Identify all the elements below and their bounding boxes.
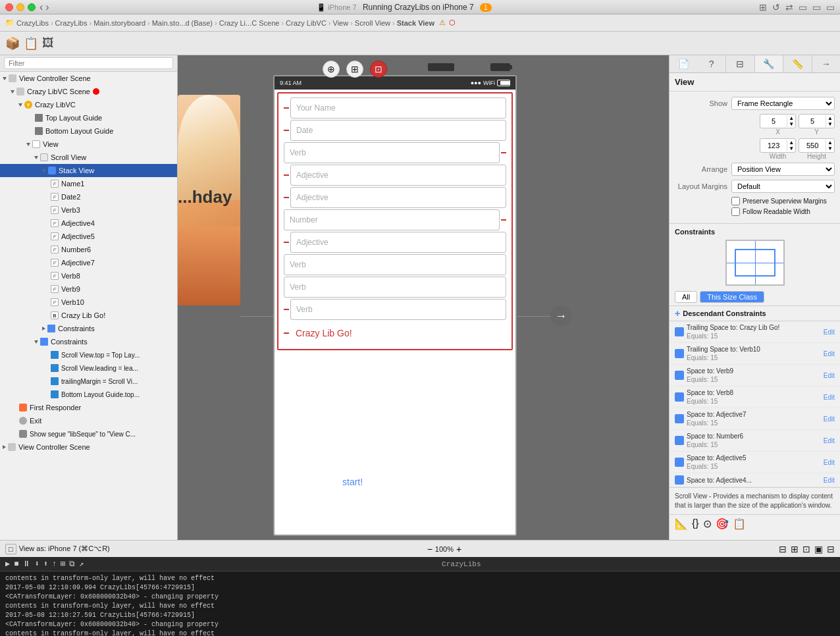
bottom-icon-2[interactable]: {} [692, 517, 699, 530]
zoom-fit-icon[interactable]: ⊟ [827, 544, 835, 554]
edit-button-3[interactable]: Edit [824, 372, 835, 379]
edit-button-5[interactable]: Edit [824, 415, 835, 423]
sidebar-item-verb3[interactable]: F Verb3 [0, 203, 177, 217]
breadcrumb-item-8[interactable]: Scroll View [355, 19, 390, 27]
expand-icon[interactable] [42, 327, 45, 331]
bottom-icon-1[interactable]: 📐 [675, 517, 688, 530]
sidebar-item-verb8[interactable]: F Verb8 [0, 269, 177, 282]
sidebar-item-verb9[interactable]: F Verb9 [0, 282, 177, 296]
media-icon[interactable]: 🖼 [42, 36, 54, 50]
step-out-button[interactable]: ↑ [52, 560, 57, 569]
grid-icon[interactable]: ⊞ [759, 2, 767, 13]
inspector-icon[interactable]: ▭ [826, 2, 835, 13]
expand-icon[interactable] [18, 103, 22, 107]
expand-icon[interactable] [34, 340, 38, 344]
height-increment[interactable]: ▲ [826, 140, 834, 146]
y-increment[interactable]: ▲ [826, 115, 834, 121]
sidebar-item-crazy-lib-go[interactable]: B Crazy Lib Go! [0, 309, 177, 322]
sidebar-item-scroll-view[interactable]: Scroll View [0, 151, 177, 164]
bottom-icon-5[interactable]: 📋 [733, 517, 746, 530]
resolve-icon[interactable]: ⊡ [802, 544, 810, 554]
width-decrement[interactable]: ▼ [787, 146, 795, 151]
canvas-icon-2[interactable]: ⊞ [346, 61, 363, 78]
layout-margins-select[interactable]: Default [731, 180, 835, 193]
sidebar-item-constraints-stack[interactable]: Constraints [0, 322, 177, 335]
tab-file-inspector[interactable]: 📄 [669, 55, 698, 72]
sidebar-item-crazy-libvc[interactable]: Y Crazy LibVC [0, 98, 177, 111]
expand-icon[interactable] [26, 143, 30, 146]
minimize-button[interactable] [16, 3, 24, 11]
arrange-select[interactable]: Position View [731, 163, 835, 176]
x-increment[interactable]: ▲ [787, 115, 795, 121]
expand-icon[interactable] [3, 445, 6, 449]
sidebar-item-adjective4[interactable]: F Adjective4 [0, 217, 177, 230]
sidebar-item-exit[interactable]: Exit [0, 414, 177, 427]
canvas-icon-1[interactable]: ⊕ [323, 61, 340, 78]
sidebar-item-view[interactable]: View [0, 138, 177, 151]
edit-button-8[interactable]: Edit [824, 477, 835, 484]
sidebar-item-date2[interactable]: F Date2 [0, 190, 177, 203]
breadcrumb-item-5[interactable]: Crazy Li...C Scene [219, 19, 280, 27]
sidebar-item-verb10[interactable]: F Verb10 [0, 296, 177, 309]
play-button[interactable]: ▶ [5, 559, 10, 569]
tab-connections-inspector[interactable]: → [812, 55, 841, 72]
library-icon[interactable]: 📦 [5, 36, 20, 51]
breadcrumb-item-4[interactable]: Main.sto...d (Base) [152, 19, 213, 27]
expand-icon[interactable] [42, 169, 46, 172]
align-icon[interactable]: ⊞ [791, 544, 799, 554]
breadcrumb-item-7[interactable]: View [333, 19, 349, 27]
sidebar-item-crazy-libvc-scene[interactable]: Crazy LibVC Scene [0, 85, 177, 98]
edit-button-2[interactable]: Edit [824, 350, 835, 358]
tab-size-inspector[interactable]: 📏 [783, 55, 812, 72]
sidebar-item-name1[interactable]: F Name1 [0, 177, 177, 190]
height-input[interactable] [799, 142, 826, 149]
sidebar-toggle-icon[interactable]: ▭ [799, 2, 807, 13]
breadcrumb-item-9[interactable]: Stack View [397, 19, 434, 27]
step-over-button[interactable]: ⬇ [34, 559, 39, 569]
breadcrumb-item-6[interactable]: Crazy LibVC [286, 19, 327, 27]
sidebar-item-constraint-bottom[interactable]: Bottom Layout Guide.top... [0, 388, 177, 401]
breadcrumb-item-3[interactable]: Main.storyboard [93, 19, 145, 27]
preserve-superview-check[interactable] [731, 197, 740, 205]
share-icon[interactable]: ⧉ [69, 560, 75, 569]
bottom-icon-3[interactable]: ⊙ [703, 517, 712, 530]
width-input[interactable] [760, 142, 787, 149]
bottom-icon-4[interactable]: 🎯 [716, 517, 729, 530]
stop-button[interactable]: ■ [14, 560, 18, 569]
expand-icon[interactable] [11, 90, 14, 93]
expand-icon[interactable] [3, 77, 7, 80]
sidebar-filter-input[interactable] [4, 57, 173, 69]
sidebar-item-bottom-layout[interactable]: Bottom Layout Guide [0, 124, 177, 138]
edit-button-7[interactable]: Edit [824, 459, 835, 466]
close-button[interactable] [5, 3, 13, 11]
locate-icon[interactable]: ↗ [79, 559, 84, 569]
right-arrow-box[interactable]: → [550, 305, 571, 327]
sidebar-item-constraint-leading[interactable]: Scroll View.leading = lea... [0, 361, 177, 375]
tab-this-size-class[interactable]: This Size Class [700, 291, 764, 303]
step-into-button[interactable]: ⬆ [43, 559, 48, 569]
y-input[interactable] [799, 117, 826, 125]
sidebar-item-segue[interactable]: Show segue "libSeque" to "View C... [0, 427, 177, 440]
sidebar-item-constraints-scroll[interactable]: Constraints [0, 335, 177, 348]
sidebar-item-adjective5[interactable]: F Adjective5 [0, 230, 177, 243]
tab-all[interactable]: All [675, 291, 697, 303]
refresh-icon[interactable]: ↺ [772, 2, 780, 13]
sidebar-item-vc-scene-top[interactable]: View Controller Scene [0, 72, 177, 85]
nav-back-icon[interactable]: ‹ [39, 1, 43, 13]
canvas-icon-3[interactable]: ⊡ [370, 61, 387, 78]
tab-quick-help[interactable]: ? [698, 55, 726, 72]
breadcrumb-item-2[interactable]: CrazyLibs [55, 19, 88, 27]
nav-forward-icon[interactable]: › [45, 1, 49, 13]
width-increment[interactable]: ▲ [787, 140, 795, 146]
sidebar-item-number6[interactable]: F Number6 [0, 243, 177, 256]
sidebar-item-vc-scene-bottom[interactable]: View Controller Scene [0, 440, 177, 454]
x-input[interactable] [760, 117, 787, 125]
sidebar-item-constraint-top[interactable]: Scroll View.top = Top Lay... [0, 348, 177, 361]
inspector-panel-icon[interactable]: 📋 [24, 36, 38, 51]
pause-button[interactable]: ⏸ [22, 559, 30, 569]
tab-attributes-inspector[interactable]: 🔧 [755, 55, 783, 72]
edit-button-4[interactable]: Edit [824, 394, 835, 401]
add-constraint-icon[interactable]: + [675, 308, 680, 319]
x-decrement[interactable]: ▼ [787, 121, 795, 127]
view-as-toggle[interactable]: □ [5, 544, 16, 554]
